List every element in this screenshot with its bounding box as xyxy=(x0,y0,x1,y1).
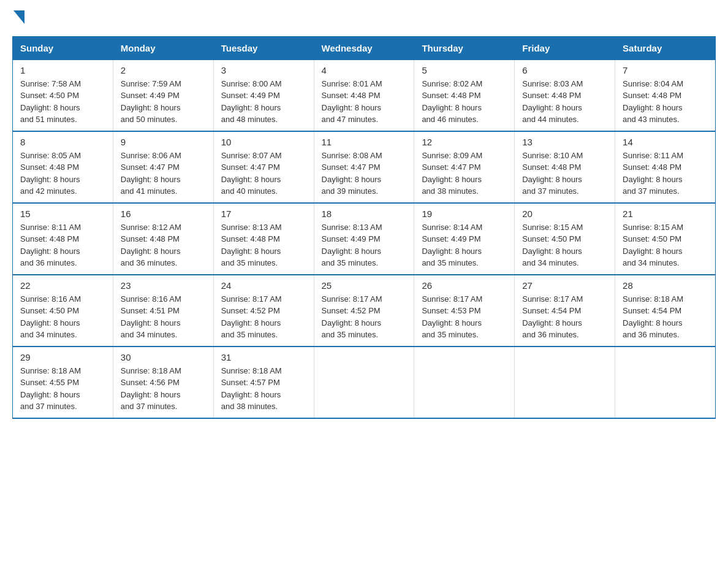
day-cell: 24Sunrise: 8:17 AMSunset: 4:52 PMDayligh… xyxy=(213,275,314,347)
day-info: Sunrise: 8:18 AMSunset: 4:56 PMDaylight:… xyxy=(121,365,206,413)
week-row-5: 29Sunrise: 8:18 AMSunset: 4:55 PMDayligh… xyxy=(13,347,716,418)
day-info: Sunrise: 8:17 AMSunset: 4:54 PMDaylight:… xyxy=(522,293,607,341)
day-info: Sunrise: 8:00 AMSunset: 4:49 PMDaylight:… xyxy=(221,78,306,126)
day-cell: 22Sunrise: 8:16 AMSunset: 4:50 PMDayligh… xyxy=(13,275,113,347)
day-number: 24 xyxy=(221,280,306,291)
day-cell: 20Sunrise: 8:15 AMSunset: 4:50 PMDayligh… xyxy=(515,203,615,275)
day-number: 19 xyxy=(422,209,507,219)
day-info: Sunrise: 8:03 AMSunset: 4:48 PMDaylight:… xyxy=(522,78,607,126)
day-number: 17 xyxy=(221,209,306,219)
day-info: Sunrise: 8:09 AMSunset: 4:47 PMDaylight:… xyxy=(422,150,507,197)
day-number: 25 xyxy=(322,280,407,291)
day-info: Sunrise: 8:04 AMSunset: 4:48 PMDaylight:… xyxy=(623,78,708,126)
day-cell: 15Sunrise: 8:11 AMSunset: 4:48 PMDayligh… xyxy=(13,203,113,275)
day-cell: 30Sunrise: 8:18 AMSunset: 4:56 PMDayligh… xyxy=(113,347,213,418)
day-info: Sunrise: 8:15 AMSunset: 4:50 PMDaylight:… xyxy=(623,221,708,269)
day-number: 22 xyxy=(20,280,105,291)
day-info: Sunrise: 8:08 AMSunset: 4:47 PMDaylight:… xyxy=(322,150,407,197)
day-cell xyxy=(314,347,414,418)
day-cell: 7Sunrise: 8:04 AMSunset: 4:48 PMDaylight… xyxy=(615,59,716,131)
day-number: 18 xyxy=(322,209,407,219)
day-number: 2 xyxy=(121,65,206,75)
day-info: Sunrise: 8:15 AMSunset: 4:50 PMDaylight:… xyxy=(522,221,607,269)
day-info: Sunrise: 8:13 AMSunset: 4:48 PMDaylight:… xyxy=(221,221,306,269)
day-info: Sunrise: 8:11 AMSunset: 4:48 PMDaylight:… xyxy=(20,221,105,269)
day-info: Sunrise: 8:05 AMSunset: 4:48 PMDaylight:… xyxy=(20,150,105,197)
day-cell: 4Sunrise: 8:01 AMSunset: 4:48 PMDaylight… xyxy=(314,59,414,131)
week-row-1: 1Sunrise: 7:58 AMSunset: 4:50 PMDaylight… xyxy=(13,59,716,131)
day-info: Sunrise: 8:13 AMSunset: 4:49 PMDaylight:… xyxy=(322,221,407,269)
day-number: 28 xyxy=(623,280,708,291)
day-cell: 1Sunrise: 7:58 AMSunset: 4:50 PMDaylight… xyxy=(13,59,113,131)
day-number: 1 xyxy=(20,65,105,75)
day-number: 14 xyxy=(623,137,708,147)
day-cell: 21Sunrise: 8:15 AMSunset: 4:50 PMDayligh… xyxy=(615,203,716,275)
day-cell: 2Sunrise: 7:59 AMSunset: 4:49 PMDaylight… xyxy=(113,59,213,131)
day-number: 6 xyxy=(522,65,607,75)
day-cell: 16Sunrise: 8:12 AMSunset: 4:48 PMDayligh… xyxy=(113,203,213,275)
day-info: Sunrise: 8:16 AMSunset: 4:50 PMDaylight:… xyxy=(20,293,105,341)
day-cell: 11Sunrise: 8:08 AMSunset: 4:47 PMDayligh… xyxy=(314,131,414,203)
day-cell xyxy=(515,347,615,418)
day-info: Sunrise: 8:17 AMSunset: 4:52 PMDaylight:… xyxy=(221,293,306,341)
day-cell: 28Sunrise: 8:18 AMSunset: 4:54 PMDayligh… xyxy=(615,275,716,347)
day-info: Sunrise: 8:14 AMSunset: 4:49 PMDaylight:… xyxy=(422,221,507,269)
day-cell: 27Sunrise: 8:17 AMSunset: 4:54 PMDayligh… xyxy=(515,275,615,347)
day-number: 5 xyxy=(422,65,507,75)
day-cell xyxy=(615,347,716,418)
day-info: Sunrise: 8:07 AMSunset: 4:47 PMDaylight:… xyxy=(221,150,306,197)
day-number: 27 xyxy=(522,280,607,291)
svg-marker-0 xyxy=(13,10,25,24)
day-number: 3 xyxy=(221,65,306,75)
day-number: 26 xyxy=(422,280,507,291)
day-info: Sunrise: 8:18 AMSunset: 4:54 PMDaylight:… xyxy=(623,293,708,341)
day-cell: 14Sunrise: 8:11 AMSunset: 4:48 PMDayligh… xyxy=(615,131,716,203)
day-number: 7 xyxy=(623,65,708,75)
week-row-3: 15Sunrise: 8:11 AMSunset: 4:48 PMDayligh… xyxy=(13,203,716,275)
day-cell: 9Sunrise: 8:06 AMSunset: 4:47 PMDaylight… xyxy=(113,131,213,203)
day-number: 12 xyxy=(422,137,507,147)
col-header-tuesday: Tuesday xyxy=(213,36,314,59)
day-info: Sunrise: 8:17 AMSunset: 4:53 PMDaylight:… xyxy=(422,293,507,341)
col-header-friday: Friday xyxy=(515,36,615,59)
day-cell: 6Sunrise: 8:03 AMSunset: 4:48 PMDaylight… xyxy=(515,59,615,131)
calendar-header-row: SundayMondayTuesdayWednesdayThursdayFrid… xyxy=(13,36,716,59)
logo-arrow-icon xyxy=(12,12,25,24)
day-info: Sunrise: 8:17 AMSunset: 4:52 PMDaylight:… xyxy=(322,293,407,341)
day-info: Sunrise: 7:58 AMSunset: 4:50 PMDaylight:… xyxy=(20,78,105,126)
day-number: 8 xyxy=(20,137,105,147)
day-number: 31 xyxy=(221,352,306,362)
page-header xyxy=(12,12,716,24)
day-number: 30 xyxy=(121,352,206,362)
day-number: 16 xyxy=(121,209,206,219)
day-info: Sunrise: 8:01 AMSunset: 4:48 PMDaylight:… xyxy=(322,78,407,126)
day-cell: 8Sunrise: 8:05 AMSunset: 4:48 PMDaylight… xyxy=(13,131,113,203)
day-number: 10 xyxy=(221,137,306,147)
col-header-saturday: Saturday xyxy=(615,36,716,59)
day-number: 29 xyxy=(20,352,105,362)
day-cell: 31Sunrise: 8:18 AMSunset: 4:57 PMDayligh… xyxy=(213,347,314,418)
week-row-4: 22Sunrise: 8:16 AMSunset: 4:50 PMDayligh… xyxy=(13,275,716,347)
day-info: Sunrise: 8:18 AMSunset: 4:55 PMDaylight:… xyxy=(20,365,105,413)
day-info: Sunrise: 8:16 AMSunset: 4:51 PMDaylight:… xyxy=(121,293,206,341)
col-header-wednesday: Wednesday xyxy=(314,36,414,59)
day-number: 13 xyxy=(522,137,607,147)
day-cell: 19Sunrise: 8:14 AMSunset: 4:49 PMDayligh… xyxy=(414,203,515,275)
day-cell: 29Sunrise: 8:18 AMSunset: 4:55 PMDayligh… xyxy=(13,347,113,418)
day-cell: 5Sunrise: 8:02 AMSunset: 4:48 PMDaylight… xyxy=(414,59,515,131)
day-info: Sunrise: 8:18 AMSunset: 4:57 PMDaylight:… xyxy=(221,365,306,413)
day-info: Sunrise: 7:59 AMSunset: 4:49 PMDaylight:… xyxy=(121,78,206,126)
day-number: 9 xyxy=(121,137,206,147)
day-number: 23 xyxy=(121,280,206,291)
day-number: 15 xyxy=(20,209,105,219)
day-number: 21 xyxy=(623,209,708,219)
day-cell: 3Sunrise: 8:00 AMSunset: 4:49 PMDaylight… xyxy=(213,59,314,131)
col-header-monday: Monday xyxy=(113,36,213,59)
day-info: Sunrise: 8:12 AMSunset: 4:48 PMDaylight:… xyxy=(121,221,206,269)
day-info: Sunrise: 8:11 AMSunset: 4:48 PMDaylight:… xyxy=(623,150,708,197)
week-row-2: 8Sunrise: 8:05 AMSunset: 4:48 PMDaylight… xyxy=(13,131,716,203)
day-number: 20 xyxy=(522,209,607,219)
day-number: 4 xyxy=(322,65,407,75)
day-info: Sunrise: 8:10 AMSunset: 4:48 PMDaylight:… xyxy=(522,150,607,197)
day-cell: 18Sunrise: 8:13 AMSunset: 4:49 PMDayligh… xyxy=(314,203,414,275)
